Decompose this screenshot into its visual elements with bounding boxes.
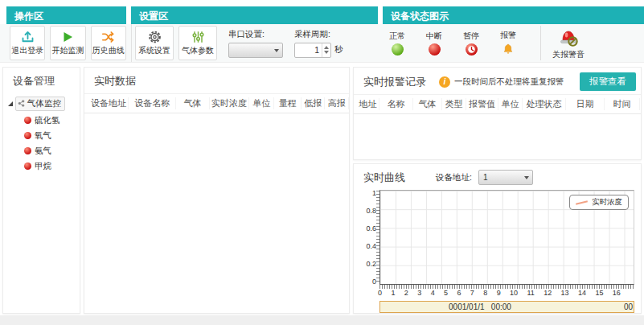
device-management-panel: 设备管理 气体监控 硫化氢 氧气 氨气 [2,67,80,314]
y-tick-label: 0.4 [366,243,376,249]
red-dot-icon [24,162,31,170]
legend-line-icon [576,200,588,205]
logout-button[interactable]: 退出登录 [10,26,45,60]
alarm-notice-text: 一段时间后不处理将重复报警 [454,76,564,88]
column-header[interactable]: 设备地址 [89,97,129,109]
column-header[interactable]: 实时浓度 [210,97,249,109]
tree-item-label: 甲烷 [35,161,51,172]
alarm-table-body [354,114,641,159]
column-header[interactable]: 地址 [357,98,379,110]
curve-panel-header: 实时曲线 设备地址: 1 [354,164,641,187]
serial-port-select[interactable] [228,43,283,58]
normal-orb-icon [392,43,404,56]
x-tick-label: 7 [470,289,474,297]
scrollbar-right-label: 00 [624,302,633,311]
start-monitor-button[interactable]: 开始监测 [50,26,85,60]
column-header[interactable]: 类型 [442,98,466,110]
shuffle-icon [100,30,116,44]
y-tick-label: 0.8 [366,208,376,214]
interrupt-orb-icon [429,43,441,56]
upload-icon [20,30,35,44]
column-header[interactable]: 设备名称 [129,97,176,109]
column-header[interactable]: 时间 [605,98,640,110]
column-header[interactable]: 单位 [498,98,523,110]
x-tick-label: 1 [391,289,395,297]
tree-expander-icon[interactable] [8,101,13,106]
alarm-view-button[interactable]: 报警查看 [580,72,636,91]
tree-root-node[interactable]: 气体监控 [3,93,80,113]
chevron-down-icon [524,176,529,179]
chart-legend: 实时浓度 [569,195,629,210]
toolbar-group-headers: 操作区 设置区 设备状态图示 [0,6,644,24]
device-management-title: 设备管理 [3,68,80,93]
tree-item-label: 氨气 [35,146,51,157]
start-monitor-label: 开始监测 [51,45,84,56]
column-header[interactable]: 高报 [325,97,349,109]
toolbar-body: 退出登录 开始监测 历史曲线 [0,24,644,63]
step-down-icon[interactable] [324,51,329,54]
group-header-settings: 设置区 [131,6,378,24]
column-header[interactable]: 名称 [379,98,413,110]
column-header[interactable]: 单位 [249,97,275,109]
chart-scrollbar[interactable]: 0001/01/1 00:00 00 [379,301,634,313]
gear-icon [147,30,162,44]
pause-clock-icon [466,43,478,56]
column-header[interactable]: 处理状态 [523,98,566,110]
column-header[interactable]: 日期 [566,98,605,110]
x-tick-label: 12 [544,289,552,297]
group-header-status: 设备状态图示 [383,6,644,24]
realtime-curve-panel: 实时曲线 设备地址: 1 10.80.60.40.20 [353,163,642,314]
column-header[interactable]: 低报 [301,97,326,109]
sample-period-label: 采样周期: [294,29,343,40]
app-window: 操作区 设置区 设备状态图示 退出登录 开始监测 [0,0,644,325]
sliders-icon [191,30,206,44]
info-icon: i [439,76,450,88]
step-up-icon[interactable] [324,46,329,49]
tree-item[interactable]: 氧气 [24,128,80,143]
tree-item[interactable]: 氨气 [24,143,80,158]
x-tick-label: 11 [527,289,534,297]
alarm-notice: i 一段时间后不处理将重复报警 [439,76,564,88]
column-header[interactable]: 报警值 [466,98,498,110]
red-dot-icon [24,132,31,139]
realtime-data-title: 实时数据 [84,68,349,93]
stepper-arrows[interactable] [322,43,330,57]
realtime-table-body [84,113,349,313]
column-header[interactable]: 气体 [413,98,442,110]
gas-params-button[interactable]: 气体参数 [178,26,217,60]
x-axis-labels: 012345678910111213141516 [378,289,630,298]
serial-port-field: 串口设置: [228,29,283,58]
x-tick-label: 0 [378,289,382,297]
device-tree: 硫化氢 氧气 氨气 甲烷 [3,113,80,174]
alarm-table-header: 地址名称气体类型报警值单位处理状态日期时间 [354,94,641,114]
network-icon [18,99,25,109]
settings-section: 系统设置 气体参数 串口设置: 采样周期: [131,24,378,62]
toolbar: 操作区 设置区 设备状态图示 退出登录 开始监测 [0,0,644,63]
sample-period-stepper[interactable]: 1 [294,43,331,58]
plot-area: 实时浓度 [379,190,634,285]
y-minor-ticks [376,191,379,284]
chevron-down-icon [274,49,279,52]
tree-item[interactable]: 甲烷 [24,158,80,174]
gas-params-label: 气体参数 [182,45,214,56]
tree-root-label: 气体监控 [27,98,61,109]
tree-item[interactable]: 硫化氢 [24,113,80,128]
siren-icon [556,26,580,49]
x-tick-label: 6 [457,289,461,297]
status-item-alarm: 报警 [492,30,524,57]
serial-port-label: 串口设置: [228,29,283,40]
status-item-interrupt: 中断 [418,31,450,56]
history-curve-button[interactable]: 历史曲线 [91,26,126,60]
alarm-panel-header: 实时报警记录 i 一段时间后不处理将重复报警 报警查看 [354,68,641,94]
device-address-select[interactable]: 1 [478,170,533,185]
mute-alarm-button[interactable]: 关报警音 [540,26,585,60]
tree-item-label: 硫化氢 [35,115,60,126]
system-settings-button[interactable]: 系统设置 [135,26,174,60]
legend-series-label: 实时浓度 [592,197,622,208]
column-header[interactable]: 气体 [176,97,209,109]
status-normal-label: 正常 [389,31,405,42]
device-address-label: 设备地址: [436,172,472,183]
column-header[interactable]: 量程 [274,97,301,109]
scrollbar-date-label: 0001/01/1 00:00 [449,302,511,311]
x-tick-label: 13 [561,289,569,297]
